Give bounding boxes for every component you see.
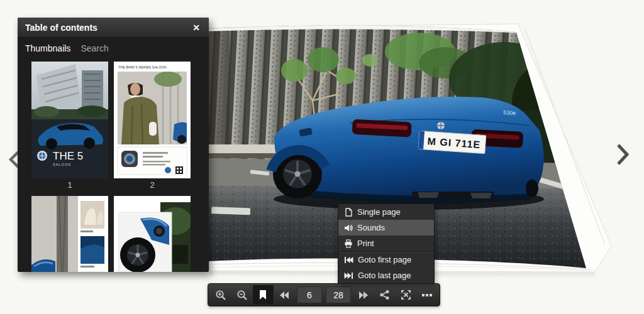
viewer-toolbar: 6 28 bbox=[208, 283, 440, 306]
bookmark-icon bbox=[258, 290, 268, 300]
tab-search[interactable]: Search bbox=[80, 43, 108, 53]
zoom-out-icon bbox=[236, 290, 248, 301]
next-page-icon bbox=[358, 290, 369, 300]
menu-item-goto-last-page[interactable]: Goto last page bbox=[338, 268, 434, 283]
options-context-menu: Single page Sounds Print Goto bbox=[338, 203, 435, 284]
thumbnail-image-2: THE BMW 5 SERIES SALOON bbox=[114, 62, 191, 178]
share-icon bbox=[379, 290, 390, 300]
zoom-in-button[interactable] bbox=[210, 285, 231, 305]
menu-item-label: Goto last page bbox=[358, 271, 411, 280]
thumb2-header: THE BMW 5 SERIES SALOON bbox=[118, 65, 167, 69]
thumb1-title: THE 5 bbox=[53, 150, 83, 162]
previous-page-icon bbox=[279, 290, 290, 300]
total-pages-display: 28 bbox=[326, 286, 351, 303]
menu-item-single-page[interactable]: Single page bbox=[338, 204, 434, 220]
thumbnail-image-3 bbox=[31, 196, 108, 272]
thumbnail-grid: THE 5 SALOON 1 THE BMW 5 SERIES SALOON bbox=[18, 57, 209, 272]
next-page-button[interactable] bbox=[353, 285, 374, 305]
table-of-contents-panel: Table of contents ✕ Thumbnails Search bbox=[18, 18, 209, 272]
bookmark-button[interactable] bbox=[253, 285, 274, 305]
menu-item-label: Single page bbox=[357, 207, 401, 217]
toc-tabs: Thumbnails Search bbox=[18, 38, 209, 57]
goto-first-icon bbox=[344, 256, 353, 264]
thumbnail-page-4[interactable] bbox=[114, 196, 191, 272]
close-icon[interactable]: ✕ bbox=[191, 22, 201, 33]
current-page-input[interactable]: 6 bbox=[297, 286, 322, 303]
menu-item-label: Goto first page bbox=[358, 255, 411, 264]
flipbook-viewer: M GI 711E 530e bbox=[0, 0, 644, 314]
fullscreen-button[interactable] bbox=[396, 285, 417, 305]
goto-last-icon bbox=[344, 271, 353, 280]
zoom-in-icon bbox=[215, 290, 226, 301]
next-spread-arrow[interactable] bbox=[614, 142, 631, 169]
chevron-right-icon bbox=[614, 142, 631, 167]
fullscreen-icon bbox=[401, 290, 411, 300]
thumbnail-image-4 bbox=[114, 196, 191, 272]
zoom-out-button[interactable] bbox=[231, 285, 253, 305]
single-page-icon bbox=[344, 208, 353, 217]
menu-item-goto-first-page[interactable]: Goto first page bbox=[338, 251, 434, 268]
tab-thumbnails[interactable]: Thumbnails bbox=[25, 43, 70, 53]
sound-icon bbox=[344, 224, 353, 232]
thumbnail-page-3[interactable] bbox=[31, 196, 108, 272]
toc-header: Table of contents ✕ bbox=[18, 18, 209, 38]
thumbnail-page-number: 2 bbox=[114, 178, 191, 191]
thumbnail-page-number: 1 bbox=[31, 178, 108, 191]
menu-item-label: Sounds bbox=[357, 223, 385, 232]
print-icon bbox=[344, 239, 353, 248]
toc-title: Table of contents bbox=[25, 23, 97, 33]
thumbnail-page-2[interactable]: THE BMW 5 SERIES SALOON bbox=[114, 62, 191, 191]
model-badge-text: 530e bbox=[503, 109, 516, 116]
menu-item-print[interactable]: Print bbox=[338, 236, 434, 251]
share-button[interactable] bbox=[374, 285, 396, 305]
menu-item-label: Print bbox=[357, 239, 374, 248]
thumbnail-image-1: THE 5 SALOON bbox=[31, 62, 108, 178]
menu-item-sounds[interactable]: Sounds bbox=[338, 220, 434, 236]
thumbnail-page-1[interactable]: THE 5 SALOON 1 bbox=[31, 62, 108, 191]
previous-page-button[interactable] bbox=[274, 285, 295, 305]
more-options-icon bbox=[421, 293, 433, 298]
more-options-button[interactable] bbox=[416, 285, 438, 305]
thumb1-subtitle: SALOON bbox=[53, 163, 71, 166]
